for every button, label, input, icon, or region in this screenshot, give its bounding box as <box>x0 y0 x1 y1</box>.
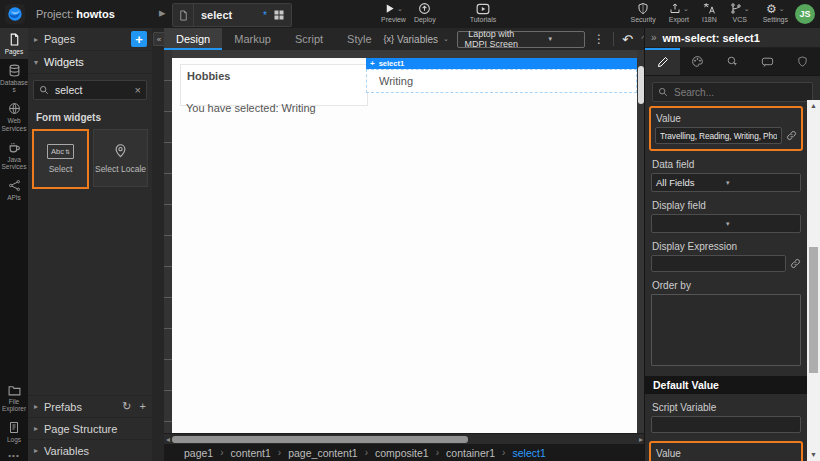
page-structure-section-header[interactable]: ▸ Page Structure <box>28 417 152 439</box>
rail-more-button[interactable]: ••• <box>0 451 28 460</box>
rail-item-pages[interactable]: Pages <box>0 28 28 59</box>
security-button[interactable]: Security <box>631 2 656 23</box>
label-widget-hobbies[interactable]: Hobbies <box>180 64 368 106</box>
export-button[interactable]: ⌄ Export <box>669 2 689 23</box>
scroll-down-icon[interactable]: ▼ <box>807 449 820 461</box>
vcs-button[interactable]: ⌄ VCS <box>730 2 750 23</box>
dropdown-arrow-icon: ▾ <box>726 220 796 228</box>
rail-item-file-explorer[interactable]: File Explorer <box>0 379 28 416</box>
scroll-up-icon[interactable]: ▲ <box>807 100 820 112</box>
top-bar: Project: howtos ▸ select * ⌄ Preview Dep… <box>0 0 820 29</box>
tab-security[interactable] <box>785 48 820 75</box>
variables-section-header[interactable]: ▸ Variables <box>28 439 152 461</box>
order-by-box[interactable] <box>651 294 801 366</box>
widget-tile-select[interactable]: Abc⇅ Select <box>32 129 89 189</box>
i18n-button[interactable]: I18N <box>702 2 717 23</box>
preview-button[interactable]: ⌄ Preview <box>381 2 406 23</box>
user-avatar[interactable]: JS <box>795 4 815 24</box>
variables-dropdown[interactable]: {x} Variables ⌄ <box>384 34 449 45</box>
data-field-dropdown[interactable]: All Fields ▾ <box>651 173 801 192</box>
script-variable-input[interactable] <box>651 416 801 433</box>
select-input[interactable]: Writing <box>366 69 637 93</box>
script-variable-label: Script Variable <box>652 402 800 413</box>
pages-section-header[interactable]: ▸ Pages + <box>28 28 152 51</box>
deploy-button[interactable]: Deploy <box>414 2 436 23</box>
canvas-toolbar-right: {x} Variables ⌄ Laptop with MDPI Screen … <box>384 28 677 50</box>
tab-properties[interactable] <box>645 48 680 75</box>
properties-scrollbar[interactable]: ▲ ▼ <box>807 100 820 461</box>
topbar-actions: ⌄ Preview Deploy Tutorials <box>381 2 496 23</box>
expand-panel-icon[interactable]: » <box>651 32 657 43</box>
breadcrumb-item-container1[interactable]: container1 <box>446 447 505 459</box>
grid-view-icon[interactable] <box>267 9 291 21</box>
kebab-menu-icon[interactable]: ⋮ <box>593 32 605 46</box>
chat-bubble-icon <box>761 56 774 68</box>
default-value-section-header: Default Value <box>645 376 807 394</box>
result-label-widget[interactable]: You have selected: Writing <box>186 102 316 114</box>
widget-search-box: × <box>33 80 147 100</box>
folder-icon <box>8 384 21 396</box>
tab-style[interactable]: Style <box>335 28 383 50</box>
device-selector[interactable]: Laptop with MDPI Screen ▾ <box>457 31 585 48</box>
chevron-right-icon: ▸ <box>34 402 44 411</box>
breadcrumb-item-composite1[interactable]: composite1 <box>375 447 439 459</box>
rail-item-apis[interactable]: APIs <box>0 174 28 205</box>
panel-collapse-strip: « <box>152 28 164 461</box>
properties-panel-tabs <box>645 48 820 76</box>
caret-down-icon: ⌄ <box>683 5 689 13</box>
breadcrumb-item-page-content1[interactable]: page_content1 <box>288 447 368 459</box>
default-value-property-group: Value <box>649 441 803 461</box>
rail-item-web-services[interactable]: Web Services <box>0 97 28 135</box>
breadcrumb-item-content1[interactable]: content1 <box>231 447 282 459</box>
tutorials-button[interactable]: Tutorials <box>470 2 497 23</box>
tab-design[interactable]: Design <box>164 28 222 50</box>
location-pin-icon <box>113 143 128 159</box>
design-canvas[interactable]: Hobbies + select1 Writing You have selec… <box>172 58 637 433</box>
prefabs-section-header[interactable]: ▸ Prefabs ↻+ <box>28 395 152 417</box>
settings-button[interactable]: ⚙⌄ Settings <box>763 2 788 23</box>
tab-script[interactable]: Script <box>283 28 335 50</box>
rail-item-logs[interactable]: Logs <box>0 416 28 447</box>
chevron-right-icon: ▸ <box>159 5 166 20</box>
display-field-dropdown[interactable]: ▾ <box>651 214 801 233</box>
display-expression-input[interactable] <box>651 255 786 272</box>
tab-events[interactable] <box>715 48 750 75</box>
horizontal-scroll-thumb[interactable] <box>172 436 468 443</box>
value-input[interactable] <box>655 127 782 144</box>
tab-styles[interactable] <box>680 48 715 75</box>
scroll-left-icon[interactable]: ◂ <box>166 435 170 444</box>
properties-panel: » wm-select: select1 <box>644 28 820 461</box>
add-page-button[interactable]: + <box>131 31 147 47</box>
canvas-area: Design Markup Script Style {x} Variables… <box>164 28 645 461</box>
bind-link-icon[interactable] <box>790 258 801 269</box>
widgets-section-header[interactable]: ▾ Widgets <box>28 51 152 74</box>
bind-link-icon[interactable] <box>786 130 797 141</box>
chevron-down-icon: ▾ <box>34 58 44 67</box>
widget-search-input[interactable] <box>53 83 131 97</box>
panel-title: wm-select: select1 <box>663 32 760 44</box>
caret-down-icon: ⌄ <box>443 35 449 43</box>
drag-handle-icon[interactable]: + <box>370 60 375 68</box>
breadcrumb-item-select1[interactable]: select1 <box>512 447 545 459</box>
add-prefab-icon[interactable]: + <box>140 400 146 413</box>
globe-icon <box>8 102 21 115</box>
rail-item-databases[interactable]: Databases <box>0 59 28 97</box>
widget-selection-bar[interactable]: + select1 <box>366 58 637 69</box>
properties-scroll-thumb[interactable] <box>809 247 818 373</box>
tab-markup[interactable]: Markup <box>222 28 283 50</box>
tab-messages[interactable] <box>750 48 785 75</box>
widget-tile-select-locale[interactable]: Select Locale <box>93 129 148 187</box>
rail-item-java-services[interactable]: Java Services <box>0 136 28 174</box>
properties-search-input[interactable] <box>672 86 807 99</box>
open-page-tab[interactable]: select * <box>172 3 292 27</box>
left-panel-bottom-sections: ▸ Prefabs ↻+ ▸ Page Structure ▸ Variable… <box>28 395 152 461</box>
breadcrumb-item-page1[interactable]: page1 <box>184 447 224 459</box>
scroll-right-icon[interactable]: ▸ <box>639 435 643 444</box>
wavemaker-studio: Project: howtos ▸ select * ⌄ Preview Dep… <box>0 0 820 461</box>
wavemaker-logo-icon[interactable] <box>5 4 25 24</box>
clear-search-icon[interactable]: × <box>135 84 141 96</box>
undo-icon[interactable]: ↶ <box>622 33 633 46</box>
refresh-icon[interactable]: ↻ <box>122 400 131 413</box>
project-label: Project: howtos <box>36 8 115 20</box>
select-widget[interactable]: + select1 Writing <box>366 58 637 93</box>
